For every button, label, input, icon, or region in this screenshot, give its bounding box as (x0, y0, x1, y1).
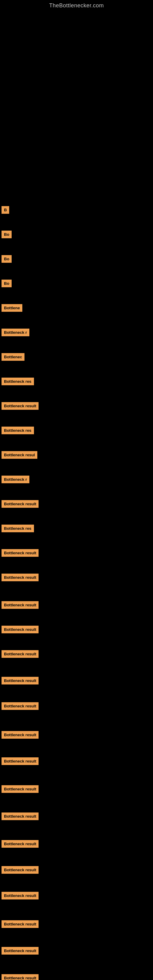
result-label: Bottleneck result (2, 626, 38, 633)
result-label: Bottleneck result (2, 866, 38, 874)
result-label: Bottleneck result (2, 702, 38, 710)
result-item: Bottleneck result (2, 731, 38, 739)
result-item: Bottleneck res (2, 426, 34, 434)
result-label: Bottleneck result (2, 813, 38, 820)
result-item: B (2, 206, 9, 214)
result-item: Bottleneck result (2, 974, 38, 980)
result-label: Bottleneck result (2, 892, 38, 899)
result-item: Bottleneck r (2, 329, 29, 336)
result-item: Bottleneck result (2, 574, 38, 581)
result-label: Bottleneck result (2, 840, 38, 848)
result-item: Bottleneck result (2, 866, 38, 874)
result-item: Bottleneck result (2, 947, 38, 955)
result-label: Bottleneck result (2, 402, 38, 410)
result-label: Bottleneck result (2, 500, 38, 508)
result-label: B (2, 206, 9, 214)
result-item: Bottleneck result (2, 702, 38, 710)
result-item: Bo (2, 255, 12, 263)
result-item: Bottleneck result (2, 757, 38, 765)
result-label: Bottleneck resul (2, 451, 37, 459)
result-item: Bottleneck r (2, 476, 29, 483)
result-label: Bottlenec (2, 353, 24, 361)
result-item: Bottleneck res (2, 525, 34, 532)
result-label: Bottleneck res (2, 378, 34, 385)
result-label: Bottleneck result (2, 650, 38, 658)
result-item: Bottleneck result (2, 677, 38, 684)
result-item: Bottleneck resul (2, 451, 37, 459)
result-item: Bottleneck result (2, 601, 38, 609)
result-label: Bottleneck r (2, 329, 29, 336)
result-label: Bottleneck result (2, 920, 38, 928)
result-label: Bottlene (2, 304, 22, 312)
result-item: Bottleneck result (2, 813, 38, 820)
result-item: Bottleneck result (2, 840, 38, 848)
result-label: Bottleneck result (2, 549, 38, 557)
result-label: Bottleneck result (2, 677, 38, 684)
result-label: Bottleneck result (2, 947, 38, 955)
result-item: Bottleneck result (2, 402, 38, 410)
result-label: Bo (2, 255, 12, 263)
result-label: Bottleneck result (2, 974, 38, 980)
result-item: Bo (2, 231, 12, 238)
result-item: Bottleneck result (2, 500, 38, 508)
result-label: Bo (2, 231, 12, 238)
result-label: Bottleneck result (2, 757, 38, 765)
result-label: Bottleneck result (2, 574, 38, 581)
result-item: Bottleneck result (2, 650, 38, 658)
result-label: Bottleneck r (2, 476, 29, 483)
result-label: Bottleneck result (2, 731, 38, 739)
result-label: Bo (2, 280, 12, 287)
result-item: Bottleneck result (2, 549, 38, 557)
result-item: Bottleneck result (2, 785, 38, 793)
result-label: Bottleneck result (2, 601, 38, 609)
result-item: Bottleneck result (2, 626, 38, 633)
result-item: Bottleneck res (2, 378, 34, 385)
result-label: Bottleneck res (2, 525, 34, 532)
result-item: Bottlenec (2, 353, 24, 361)
result-label: Bottleneck res (2, 426, 34, 434)
result-item: Bo (2, 280, 12, 287)
result-item: Bottleneck result (2, 892, 38, 899)
result-item: Bottlene (2, 304, 22, 312)
result-item: Bottleneck result (2, 920, 38, 928)
result-label: Bottleneck result (2, 785, 38, 793)
site-title: TheBottlenecker.com (0, 0, 153, 10)
